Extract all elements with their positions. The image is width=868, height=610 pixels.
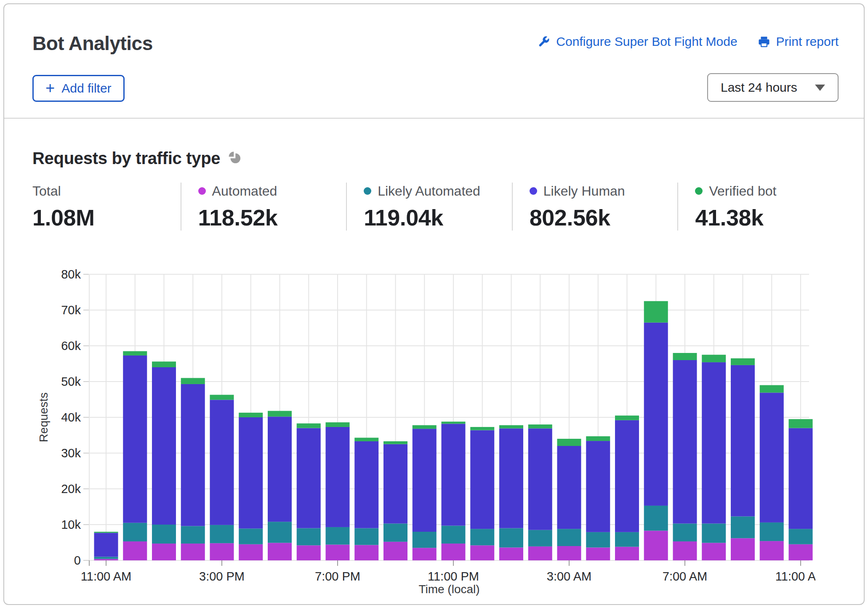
stat-likely-human[interactable]: Likely Human 802.56k bbox=[512, 183, 678, 231]
bar-segment-likely-human[interactable] bbox=[413, 429, 437, 532]
bar-segment-likely-human[interactable] bbox=[354, 441, 378, 528]
bar-segment-verified-bot[interactable] bbox=[268, 411, 292, 417]
bar-segment-verified-bot[interactable] bbox=[239, 413, 263, 417]
bar-segment-likely-human[interactable] bbox=[297, 428, 321, 528]
bar-segment-likely-automated[interactable] bbox=[239, 528, 263, 544]
bar-segment-automated[interactable] bbox=[123, 541, 147, 560]
bar-segment-likely-human[interactable] bbox=[702, 362, 726, 523]
bar-segment-likely-automated[interactable] bbox=[470, 529, 494, 545]
bar-segment-automated[interactable] bbox=[383, 542, 407, 560]
bar-segment-verified-bot[interactable] bbox=[557, 439, 581, 446]
bar-segment-likely-human[interactable] bbox=[528, 428, 552, 530]
bar-segment-likely-automated[interactable] bbox=[210, 525, 234, 543]
bar-segment-verified-bot[interactable] bbox=[470, 427, 494, 430]
bar-segment-automated[interactable] bbox=[268, 543, 292, 560]
bar-segment-likely-human[interactable] bbox=[615, 420, 639, 532]
bar-segment-verified-bot[interactable] bbox=[297, 423, 321, 428]
bar-segment-verified-bot[interactable] bbox=[326, 422, 350, 427]
bar-segment-likely-human[interactable] bbox=[268, 416, 292, 522]
bar-segment-automated[interactable] bbox=[442, 544, 466, 560]
bar-segment-likely-automated[interactable] bbox=[673, 523, 697, 541]
bar-segment-verified-bot[interactable] bbox=[760, 385, 784, 393]
stat-verified-bot[interactable]: Verified bot 41.38k bbox=[677, 183, 843, 231]
bar-segment-likely-human[interactable] bbox=[94, 533, 118, 557]
bar-segment-automated[interactable] bbox=[413, 548, 437, 560]
bar-segment-likely-automated[interactable] bbox=[181, 526, 205, 544]
bar-segment-likely-automated[interactable] bbox=[731, 516, 755, 538]
bar-segment-likely-automated[interactable] bbox=[557, 529, 581, 546]
stat-likely-automated[interactable]: Likely Automated 119.04k bbox=[346, 183, 512, 231]
bar-segment-automated[interactable] bbox=[239, 544, 263, 560]
bar-segment-likely-human[interactable] bbox=[760, 393, 784, 522]
bar-segment-likely-automated[interactable] bbox=[354, 528, 378, 545]
bar-segment-likely-automated[interactable] bbox=[644, 506, 668, 531]
bar-segment-verified-bot[interactable] bbox=[586, 436, 610, 441]
bar-segment-likely-automated[interactable] bbox=[94, 557, 118, 559]
bar-segment-verified-bot[interactable] bbox=[702, 355, 726, 362]
bar-segment-likely-human[interactable] bbox=[123, 355, 147, 523]
bar-segment-likely-automated[interactable] bbox=[760, 522, 784, 541]
bar-segment-likely-human[interactable] bbox=[470, 430, 494, 529]
bar-segment-likely-human[interactable] bbox=[731, 365, 755, 517]
bar-segment-likely-automated[interactable] bbox=[297, 528, 321, 546]
bar-segment-automated[interactable] bbox=[152, 544, 176, 560]
time-range-select[interactable]: Last 24 hours bbox=[707, 73, 839, 102]
bar-segment-verified-bot[interactable] bbox=[383, 441, 407, 444]
bar-segment-likely-human[interactable] bbox=[442, 424, 466, 525]
bar-segment-likely-automated[interactable] bbox=[499, 528, 523, 548]
add-filter-button[interactable]: + Add filter bbox=[32, 75, 125, 102]
bar-segment-verified-bot[interactable] bbox=[152, 361, 176, 367]
bar-segment-automated[interactable] bbox=[94, 559, 118, 560]
bar-segment-automated[interactable] bbox=[557, 546, 581, 560]
bar-segment-automated[interactable] bbox=[702, 543, 726, 560]
bar-segment-verified-bot[interactable] bbox=[673, 353, 697, 360]
bar-segment-likely-human[interactable] bbox=[239, 417, 263, 528]
bar-segment-likely-automated[interactable] bbox=[268, 522, 292, 543]
bar-segment-likely-human[interactable] bbox=[586, 441, 610, 532]
bar-segment-verified-bot[interactable] bbox=[644, 301, 668, 323]
bar-segment-verified-bot[interactable] bbox=[413, 425, 437, 429]
bar-segment-verified-bot[interactable] bbox=[210, 395, 234, 400]
bar-segment-likely-human[interactable] bbox=[181, 384, 205, 526]
bar-segment-verified-bot[interactable] bbox=[731, 358, 755, 365]
bar-segment-verified-bot[interactable] bbox=[94, 532, 118, 533]
bar-segment-automated[interactable] bbox=[586, 547, 610, 560]
bar-segment-automated[interactable] bbox=[760, 541, 784, 560]
bar-segment-likely-human[interactable] bbox=[499, 428, 523, 528]
bar-segment-automated[interactable] bbox=[673, 541, 697, 560]
bar-segment-likely-automated[interactable] bbox=[383, 523, 407, 541]
bar-segment-likely-automated[interactable] bbox=[528, 530, 552, 546]
bar-segment-automated[interactable] bbox=[499, 547, 523, 560]
bar-segment-likely-human[interactable] bbox=[383, 444, 407, 524]
bar-segment-automated[interactable] bbox=[297, 545, 321, 560]
bar-segment-automated[interactable] bbox=[615, 547, 639, 560]
requests-by-traffic-type-chart[interactable]: 010k20k30k40k50k60k70k80k11:00 AM3:00 PM… bbox=[32, 262, 815, 598]
bar-segment-automated[interactable] bbox=[528, 546, 552, 560]
bar-segment-likely-automated[interactable] bbox=[702, 523, 726, 543]
bar-segment-verified-bot[interactable] bbox=[789, 419, 813, 428]
bar-segment-verified-bot[interactable] bbox=[528, 424, 552, 428]
bar-segment-automated[interactable] bbox=[470, 545, 494, 560]
bar-segment-likely-automated[interactable] bbox=[413, 532, 437, 548]
bar-segment-likely-automated[interactable] bbox=[123, 523, 147, 541]
bar-segment-automated[interactable] bbox=[326, 545, 350, 560]
bar-segment-likely-human[interactable] bbox=[152, 367, 176, 525]
bar-segment-likely-automated[interactable] bbox=[442, 526, 466, 544]
bar-segment-likely-human[interactable] bbox=[789, 428, 813, 529]
bar-segment-verified-bot[interactable] bbox=[354, 438, 378, 441]
bar-segment-likely-human[interactable] bbox=[210, 400, 234, 525]
bar-segment-likely-automated[interactable] bbox=[152, 525, 176, 544]
print-report-link[interactable]: Print report bbox=[758, 34, 839, 49]
bar-segment-verified-bot[interactable] bbox=[123, 351, 147, 355]
bar-segment-likely-human[interactable] bbox=[644, 323, 668, 506]
bar-segment-verified-bot[interactable] bbox=[499, 425, 523, 429]
bar-segment-automated[interactable] bbox=[210, 543, 234, 560]
bar-segment-likely-automated[interactable] bbox=[789, 529, 813, 544]
stat-automated[interactable]: Automated 118.52k bbox=[181, 183, 346, 231]
bar-segment-automated[interactable] bbox=[181, 544, 205, 560]
bar-segment-verified-bot[interactable] bbox=[181, 378, 205, 384]
bar-segment-likely-human[interactable] bbox=[326, 427, 350, 527]
bar-segment-verified-bot[interactable] bbox=[615, 416, 639, 420]
bar-segment-likely-human[interactable] bbox=[673, 360, 697, 523]
bar-segment-likely-human[interactable] bbox=[557, 446, 581, 529]
